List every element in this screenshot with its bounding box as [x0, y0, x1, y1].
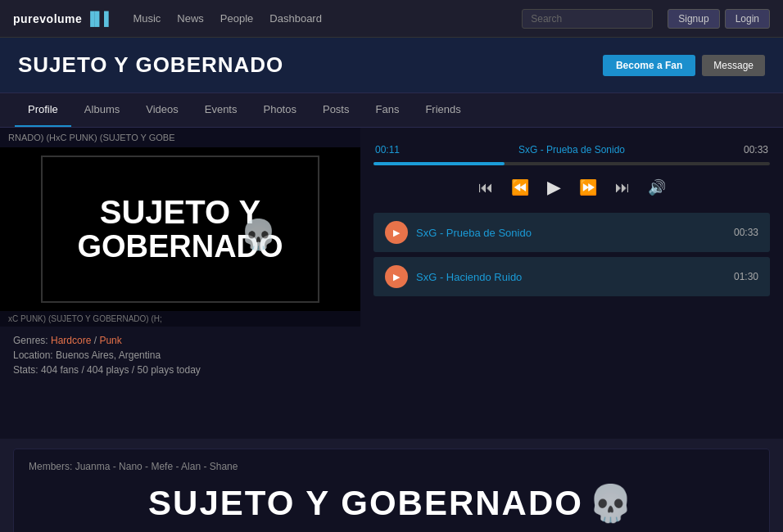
tab-videos[interactable]: Videos: [133, 93, 192, 127]
search-area: [522, 9, 653, 29]
tab-albums[interactable]: Albums: [71, 93, 133, 127]
stats-plays-val: 404 plays: [87, 364, 129, 376]
band-image-container: SUJETO Y 💀 GOBERNADO: [0, 147, 360, 311]
tab-posts[interactable]: Posts: [310, 93, 363, 127]
nav-item-dashboard[interactable]: Dashboard: [269, 9, 322, 28]
logo-bars-icon: ▐▌▌: [85, 11, 113, 26]
band-title: SUJETO Y GOBERNADO: [18, 52, 283, 78]
skull-icon: 💀: [240, 219, 277, 251]
band-logo-line1: SUJETO Y: [100, 194, 260, 230]
main-content: RNADO) (HxC PUNK) (SUJETO Y GOBE SUJETO …: [0, 128, 783, 439]
members-title: Members:: [29, 461, 72, 472]
location-line: Location: Buenos Aires, Argentina: [13, 349, 347, 361]
track-duration-0: 00:33: [729, 227, 758, 238]
stats-label: Stats:: [13, 364, 38, 376]
playback-controls: ⏮ ⏪ ▶ ⏩ ⏭ 🔊: [373, 175, 770, 200]
genres-line: Genres: Hardcore / Punk: [13, 335, 347, 346]
volume-button[interactable]: 🔊: [646, 177, 668, 198]
bottom-banner-text: xC PUNK) (SUJETO Y GOBERNADO) (H;: [0, 311, 360, 327]
message-button[interactable]: Message: [702, 55, 765, 76]
rewind-button[interactable]: ⏪: [509, 177, 531, 198]
track-name-1: SxG - Haciendo Ruido: [416, 271, 721, 283]
skip-forward-button[interactable]: ⏭: [613, 178, 631, 198]
stats-fans-val: 404 fans: [41, 364, 79, 376]
tab-photos[interactable]: Photos: [250, 93, 309, 127]
main-nav: Music News People Dashboard: [133, 9, 522, 28]
tab-friends[interactable]: Friends: [412, 93, 473, 127]
band-logo-image: SUJETO Y 💀 GOBERNADO: [41, 156, 319, 303]
track-name-0: SxG - Prueba de Sonido: [416, 227, 721, 239]
members-label: Members: Juanma - Nano - Mefe - Alan - S…: [29, 461, 754, 472]
total-time: 00:33: [744, 144, 770, 156]
genres-label: Genres:: [13, 335, 48, 346]
meta-info: Genres: Hardcore / Punk Location: Buenos…: [0, 327, 360, 384]
track-play-button-0[interactable]: ▶: [385, 221, 408, 244]
left-panel: RNADO) (HxC PUNK) (SUJETO Y GOBE SUJETO …: [0, 128, 360, 439]
site-logo-text: purevolume: [13, 12, 82, 25]
stats-line: Stats: 404 fans / 404 plays / 50 plays t…: [13, 364, 347, 376]
nav-item-news[interactable]: News: [177, 9, 204, 28]
members-band-logo-text: SUJETO Y GOBERNADO 💀: [29, 482, 754, 525]
tab-profile[interactable]: Profile: [15, 93, 71, 127]
location-text: Buenos Aires, Argentina: [56, 349, 161, 361]
signup-button[interactable]: Signup: [668, 9, 719, 29]
nav-item-people[interactable]: People: [220, 9, 253, 28]
genre-punk[interactable]: Punk: [99, 335, 121, 346]
tab-fans[interactable]: Fans: [362, 93, 412, 127]
members-section: Members: Juanma - Nano - Mefe - Alan - S…: [13, 449, 770, 532]
login-button[interactable]: Login: [725, 9, 770, 29]
header: purevolume ▐▌▌ Music News People Dashboa…: [0, 0, 783, 38]
members-logo-text: SUJETO Y GOBERNADO: [148, 484, 583, 523]
top-banner-text: RNADO) (HxC PUNK) (SUJETO Y GOBE: [0, 128, 360, 147]
location-label: Location:: [13, 349, 53, 361]
fast-forward-button[interactable]: ⏩: [577, 177, 599, 198]
track-row: ▶ SxG - Haciendo Ruido 01:30: [373, 257, 770, 296]
track-play-button-1[interactable]: ▶: [385, 265, 408, 288]
band-logo-text: SUJETO Y 💀 GOBERNADO: [77, 194, 283, 264]
right-panel: 00:11 SxG - Prueba de Sonido 00:33 ⏮ ⏪ ▶…: [360, 128, 783, 439]
track-duration-1: 01:30: [729, 271, 758, 282]
progress-bar[interactable]: [373, 162, 770, 165]
player-area: 00:11 SxG - Prueba de Sonido 00:33 ⏮ ⏪ ▶…: [373, 144, 770, 296]
band-actions: Become a Fan Message: [603, 55, 765, 76]
nav-item-music[interactable]: Music: [133, 9, 161, 28]
members-skull-icon: 💀: [588, 482, 635, 525]
tab-events[interactable]: Events: [192, 93, 251, 127]
members-band-logo-container: SUJETO Y GOBERNADO 💀: [29, 482, 754, 525]
genre-hardcore[interactable]: Hardcore: [51, 335, 91, 346]
current-time: 00:11: [373, 144, 400, 156]
stats-today-val: 50 plays today: [137, 364, 200, 376]
progress-bar-fill: [373, 162, 505, 165]
become-fan-button[interactable]: Become a Fan: [603, 55, 695, 76]
profile-tabs: Profile Albums Videos Events Photos Post…: [0, 93, 783, 128]
now-playing-track-name: SxG - Prueba de Sonido: [408, 144, 735, 156]
members-names: Juanma - Nano - Mefe - Alan - Shane: [75, 461, 238, 472]
progress-row: 00:11 SxG - Prueba de Sonido 00:33: [373, 144, 770, 156]
track-row: ▶ SxG - Prueba de Sonido 00:33: [373, 213, 770, 252]
band-header: SUJETO Y GOBERNADO Become a Fan Message: [0, 38, 783, 93]
search-input[interactable]: [522, 9, 653, 29]
play-pause-button[interactable]: ▶: [545, 175, 563, 200]
logo-area[interactable]: purevolume ▐▌▌: [13, 11, 113, 26]
skip-back-button[interactable]: ⏮: [477, 178, 495, 198]
